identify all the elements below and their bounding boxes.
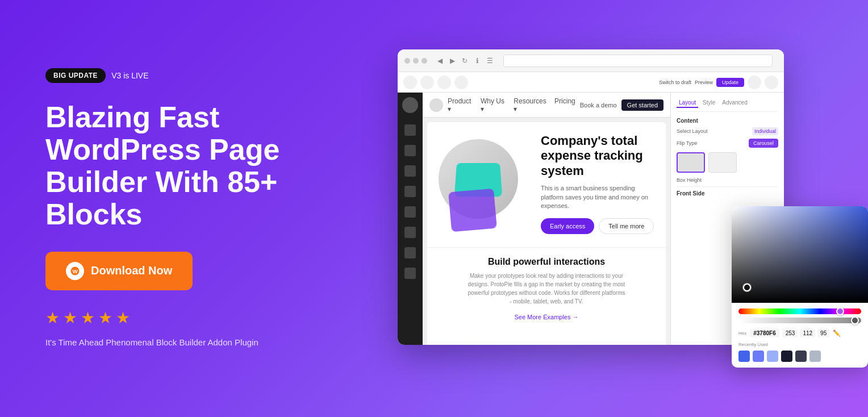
flip-type-label: Flip Type bbox=[677, 140, 697, 146]
divider bbox=[677, 186, 778, 187]
tab-layout[interactable]: Layout bbox=[677, 98, 698, 108]
section-desc: Make your prototypes look real by adding… bbox=[467, 272, 626, 306]
swatch-5[interactable] bbox=[795, 351, 807, 362]
site-hero-title: Company's total expense tracking system bbox=[541, 134, 654, 178]
flip-type-value[interactable]: Carousel bbox=[749, 139, 778, 148]
star-4: ★ bbox=[98, 308, 112, 327]
swatch-6[interactable] bbox=[809, 351, 821, 362]
menu-icon: ☰ bbox=[485, 56, 494, 65]
nav-menu: Product ▾ Why Us ▾ Resources ▾ Pricing bbox=[448, 97, 575, 113]
sidebar-icon-2 bbox=[404, 145, 416, 156]
wp-editor-area: Product ▾ Why Us ▾ Resources ▾ Pricing B… bbox=[398, 93, 784, 345]
forward-icon: ▶ bbox=[448, 56, 457, 65]
sidebar-icon-6 bbox=[404, 227, 416, 238]
star-1: ★ bbox=[45, 308, 60, 327]
hex-label: Hex bbox=[738, 331, 746, 336]
editor-top-left bbox=[403, 76, 468, 89]
tell-more-button[interactable]: Tell me more bbox=[599, 218, 654, 234]
stars-row: ★ ★ ★ ★ ★ bbox=[45, 308, 364, 327]
tab-advanced[interactable]: Advanced bbox=[720, 98, 749, 108]
flip-thumb-selected[interactable] bbox=[677, 152, 705, 173]
right-panel: ◀ ▶ ↻ ℹ ☰ Switch to draft Pre bbox=[398, 38, 823, 390]
version-badge: V3 is LIVE bbox=[111, 71, 148, 80]
sidebar-icon-8 bbox=[404, 268, 416, 279]
book-demo-button[interactable]: Book a demo bbox=[580, 102, 617, 109]
browser-chrome: ◀ ▶ ↻ ℹ ☰ bbox=[398, 49, 784, 72]
wp-main-content: Product ▾ Why Us ▾ Resources ▾ Pricing B… bbox=[423, 93, 670, 345]
hex-row: Hex #3780F6 253 112 95 ✏️ bbox=[738, 329, 861, 337]
color-gradient-area[interactable] bbox=[732, 206, 868, 303]
swatch-3[interactable] bbox=[767, 351, 778, 362]
recently-used-label: Recently Used bbox=[738, 342, 861, 347]
browser-nav-icons: ◀ ▶ ↻ ℹ ☰ bbox=[435, 56, 494, 65]
panel-select-layout-row: Select Layout Individual bbox=[677, 127, 778, 135]
nav-product[interactable]: Product ▾ bbox=[448, 97, 473, 113]
settings-icon bbox=[748, 76, 761, 89]
b-value[interactable]: 95 bbox=[817, 329, 829, 337]
tab-style[interactable]: Style bbox=[700, 98, 717, 108]
user-icon bbox=[765, 76, 778, 89]
hue-slider[interactable] bbox=[738, 308, 861, 314]
panel-flip-type-row: Flip Type Carousel bbox=[677, 139, 778, 148]
swatch-4[interactable] bbox=[781, 351, 792, 362]
nav-pricing[interactable]: Pricing bbox=[554, 97, 575, 113]
site-content-area: Company's total expense tracking system … bbox=[423, 118, 670, 345]
hero-title: Blazing Fast WordPress Page Builder With… bbox=[45, 101, 364, 231]
site-logo bbox=[429, 98, 443, 112]
hue-handle[interactable] bbox=[836, 307, 844, 315]
opacity-handle[interactable] bbox=[851, 316, 859, 324]
site-nav-actions: Book a demo Get started bbox=[580, 99, 663, 111]
hex-value[interactable]: #3780F6 bbox=[750, 329, 779, 337]
section-title: Build powerful interactions bbox=[439, 257, 654, 267]
panel-content-title: Content bbox=[677, 118, 778, 124]
editor-icon-2 bbox=[437, 76, 451, 89]
refresh-icon: ↻ bbox=[460, 56, 469, 65]
decorative-card bbox=[448, 189, 497, 232]
flip-thumb-alt[interactable] bbox=[708, 152, 737, 173]
left-panel: BIG UPDATE V3 is LIVE Blazing Fast WordP… bbox=[45, 68, 364, 349]
sidebar-icon-3 bbox=[404, 165, 416, 177]
star-2: ★ bbox=[63, 308, 77, 327]
color-swatches bbox=[738, 351, 861, 362]
site-hero-buttons: Early access Tell me more bbox=[541, 218, 654, 234]
nav-why-us[interactable]: Why Us ▾ bbox=[481, 97, 506, 113]
switch-draft-button[interactable]: Switch to draft bbox=[659, 80, 691, 85]
sidebar-icon-1 bbox=[404, 124, 416, 136]
sidebar-icon-5 bbox=[404, 206, 416, 218]
preview-button[interactable]: Preview bbox=[695, 80, 713, 85]
sidebar-icon-7 bbox=[404, 247, 416, 258]
front-side-label: Front Side bbox=[677, 190, 778, 197]
panel-tabs: Layout Style Advanced bbox=[677, 98, 778, 112]
site-hero-visual bbox=[439, 134, 529, 236]
site-hero-section: Company's total expense tracking system … bbox=[427, 122, 666, 247]
editor-icon-1 bbox=[420, 76, 434, 89]
svg-text:W: W bbox=[72, 268, 78, 274]
update-button[interactable]: Update bbox=[716, 78, 744, 87]
wp-editor-topbar: Switch to draft Preview Update bbox=[398, 72, 784, 93]
color-picker-dot[interactable] bbox=[743, 283, 751, 291]
color-sliders: Hex #3780F6 253 112 95 ✏️ Recently Used bbox=[732, 303, 868, 368]
browser-dots bbox=[404, 58, 427, 64]
nav-resources[interactable]: Resources ▾ bbox=[514, 97, 546, 113]
star-3: ★ bbox=[81, 308, 95, 327]
site-hero-text: Company's total expense tracking system … bbox=[541, 134, 654, 236]
r-value[interactable]: 253 bbox=[783, 329, 798, 337]
dot-yellow bbox=[413, 58, 419, 64]
tagline: It's Time Ahead Phenomenal Block Builder… bbox=[45, 336, 364, 349]
badge-row: BIG UPDATE V3 is LIVE bbox=[45, 68, 364, 83]
see-more-link[interactable]: See More Examples → bbox=[514, 314, 578, 320]
g-value[interactable]: 112 bbox=[800, 329, 815, 337]
download-now-button[interactable]: W Download Now bbox=[45, 252, 193, 290]
early-access-button[interactable]: Early access bbox=[541, 218, 594, 234]
wp-site-nav: Product ▾ Why Us ▾ Resources ▾ Pricing B… bbox=[423, 93, 670, 118]
editor-icon-3 bbox=[454, 76, 468, 89]
wordpress-icon: W bbox=[66, 262, 84, 280]
wp-sidebar bbox=[398, 93, 423, 345]
get-started-button[interactable]: Get started bbox=[621, 99, 663, 111]
opacity-slider[interactable] bbox=[738, 318, 861, 323]
swatch-1[interactable] bbox=[738, 351, 750, 362]
edit-icon[interactable]: ✏️ bbox=[833, 330, 841, 337]
back-icon: ◀ bbox=[435, 56, 444, 65]
select-layout-value[interactable]: Individual bbox=[752, 127, 778, 135]
swatch-2[interactable] bbox=[753, 351, 764, 362]
